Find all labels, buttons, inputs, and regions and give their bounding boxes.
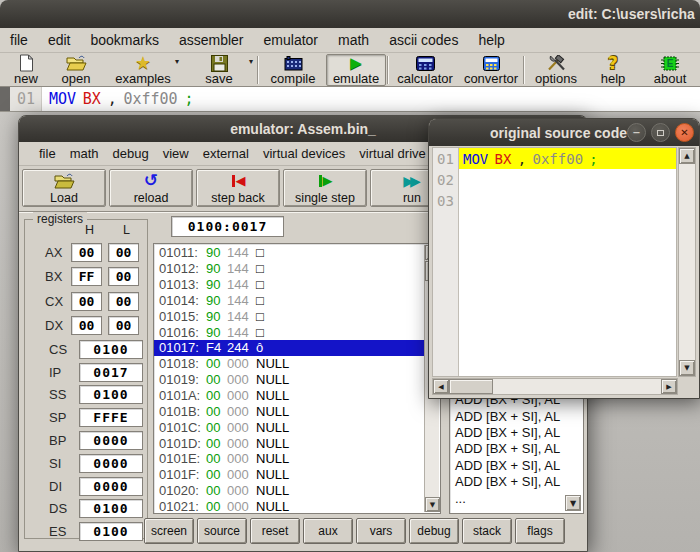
memory-row[interactable]: 0101B: 00 000 NULL: [154, 403, 440, 419]
scroll-down-icon[interactable]: ▼: [425, 497, 440, 512]
maximize-button[interactable]: [651, 123, 670, 142]
compile-button[interactable]: compile: [260, 54, 326, 86]
about-button[interactable]: E about: [640, 54, 700, 86]
panel-button[interactable]: source: [197, 518, 247, 544]
register-value-field[interactable]: 0000: [79, 454, 143, 473]
save-button[interactable]: ▾ save: [182, 54, 256, 86]
edit-window-titlebar[interactable]: edit: C:\users\richa: [0, 0, 700, 28]
memory-row[interactable]: 01013: 90 144 □: [154, 277, 440, 293]
help-button[interactable]: ? help: [586, 54, 640, 86]
step-back-button[interactable]: ◀ step back: [196, 169, 280, 207]
memory-row[interactable]: 0101C: 00 000 NULL: [154, 419, 440, 435]
emulator-menu-item[interactable]: view: [157, 144, 195, 163]
source-window-titlebar[interactable]: original source code − ✕: [429, 119, 699, 146]
scrollbar-thumb[interactable]: [449, 379, 493, 394]
panel-button[interactable]: vars: [356, 518, 406, 544]
source-vertical-scrollbar[interactable]: ▲ ▼: [678, 147, 696, 377]
disassembly-row[interactable]: ADD [BX + SI], AL: [450, 408, 583, 424]
register-value-field[interactable]: 0100: [79, 340, 143, 359]
disassembly-row[interactable]: ADD [BX + SI], AL: [450, 441, 583, 457]
memory-row[interactable]: 01011: 90 144 □: [154, 245, 440, 261]
edit-menu-item[interactable]: math: [328, 30, 379, 50]
memory-row[interactable]: 01012: 90 144 □: [154, 261, 440, 277]
emulator-menu-item[interactable]: debug: [107, 144, 155, 163]
save-dropdown-arrow[interactable]: ▾: [249, 57, 253, 66]
register-value-field[interactable]: 0017: [79, 363, 143, 382]
close-button[interactable]: ✕: [675, 123, 694, 142]
disassembly-row[interactable]: ADD [BX + SI], AL: [450, 457, 583, 473]
emulator-menu-item[interactable]: virtual devices: [257, 144, 351, 163]
register-l-field[interactable]: 00: [108, 243, 139, 262]
register-value-field[interactable]: 0100: [79, 522, 143, 541]
disassembly-row[interactable]: ADD [BX + SI], AL: [450, 424, 583, 440]
edit-menu-item[interactable]: emulator: [254, 30, 328, 50]
examples-dropdown-arrow[interactable]: ▾: [175, 57, 179, 66]
reload-button[interactable]: ↺ reload: [109, 169, 193, 207]
edit-menu-item[interactable]: file: [0, 30, 38, 50]
edit-menu-item[interactable]: edit: [38, 30, 81, 50]
emulator-menu-item[interactable]: file: [33, 144, 62, 163]
edit-menu-item[interactable]: assembler: [169, 30, 254, 50]
open-button[interactable]: open: [48, 54, 104, 86]
address-field[interactable]: 0100:0017: [171, 216, 284, 237]
register-value-field[interactable]: FFFE: [79, 408, 143, 427]
panel-button[interactable]: flags: [515, 518, 565, 544]
code-editor[interactable]: 01 MOV BX , 0xff00 ;: [0, 87, 700, 112]
edit-menu-item[interactable]: ascii codes: [379, 30, 468, 50]
memory-row[interactable]: 01014: 90 144 □: [154, 293, 440, 309]
emulator-menu-item[interactable]: external: [197, 144, 255, 163]
register-h-field[interactable]: 00: [71, 292, 102, 311]
memory-row[interactable]: 0101E: 00 000 NULL: [154, 451, 440, 467]
disassembly-row[interactable]: ADD [BX + SI], AL: [450, 473, 583, 489]
register-h-field[interactable]: 00: [71, 243, 102, 262]
load-button[interactable]: Load: [22, 169, 106, 207]
new-button[interactable]: new: [4, 54, 48, 86]
memory-row[interactable]: 01016: 90 144 □: [154, 324, 440, 340]
panel-button[interactable]: reset: [250, 518, 300, 544]
register-h-field[interactable]: 00: [71, 316, 102, 335]
edit-menu-item[interactable]: help: [468, 30, 514, 50]
calculator-button[interactable]: calculator: [390, 54, 460, 86]
register-l-field[interactable]: 00: [108, 316, 139, 335]
register-l-field[interactable]: 00: [108, 292, 139, 311]
convertor-button[interactable]: convertor: [460, 54, 522, 86]
editor-code-line[interactable]: MOV BX , 0xff00 ;: [42, 87, 700, 111]
memory-row[interactable]: 01017: F4 244 ô: [154, 340, 440, 356]
edit-menu-item[interactable]: bookmarks: [80, 30, 168, 50]
register-value-field[interactable]: 0100: [79, 385, 143, 404]
register-value-field[interactable]: 0000: [79, 477, 143, 496]
memory-row[interactable]: 0101D: 00 000 NULL: [154, 435, 440, 451]
source-horizontal-scrollbar[interactable]: ◀ ▶: [432, 378, 678, 395]
emulate-button[interactable]: ▶ emulate: [326, 54, 386, 86]
disassembly-row[interactable]: ...: [450, 490, 583, 506]
memory-row[interactable]: 01020: 00 000 NULL: [154, 483, 440, 499]
scroll-right-icon[interactable]: ▶: [661, 379, 677, 394]
options-button[interactable]: options: [526, 54, 586, 86]
panel-button[interactable]: aux: [303, 518, 353, 544]
emulator-menu-item[interactable]: virtual drive: [353, 144, 431, 163]
emulator-menu-item[interactable]: math: [64, 144, 105, 163]
register-value-field[interactable]: 0000: [79, 431, 143, 450]
minimize-button[interactable]: −: [627, 123, 646, 142]
disassembly-dropdown-icon[interactable]: ▼: [565, 495, 581, 511]
examples-button[interactable]: ★ ▾ examples: [104, 54, 182, 86]
memory-row[interactable]: 01019: 00 000 NULL: [154, 372, 440, 388]
compile-icon: [284, 54, 303, 72]
memory-list[interactable]: 01011: 90 144 □ 01012: 90 144 □ 01013:: [153, 243, 441, 514]
scroll-down-icon[interactable]: ▼: [679, 360, 695, 376]
memory-row[interactable]: 01015: 90 144 □: [154, 308, 440, 324]
panel-button[interactable]: debug: [409, 518, 459, 544]
scroll-left-icon[interactable]: ◀: [433, 379, 449, 394]
panel-button[interactable]: screen: [144, 518, 194, 544]
options-tools-icon: [547, 54, 566, 72]
single-step-button[interactable]: ▶ single step: [283, 169, 367, 207]
memory-row[interactable]: 0101F: 00 000 NULL: [154, 467, 440, 483]
register-h-field[interactable]: FF: [71, 267, 102, 286]
register-value-field[interactable]: 0100: [79, 499, 143, 518]
memory-row[interactable]: 01021: 00 000 NULL: [154, 499, 440, 515]
register-l-field[interactable]: 00: [108, 267, 139, 286]
scroll-up-icon[interactable]: ▲: [679, 148, 695, 164]
memory-row[interactable]: 0101A: 00 000 NULL: [154, 388, 440, 404]
panel-button[interactable]: stack: [462, 518, 512, 544]
memory-row[interactable]: 01018: 00 000 NULL: [154, 356, 440, 372]
